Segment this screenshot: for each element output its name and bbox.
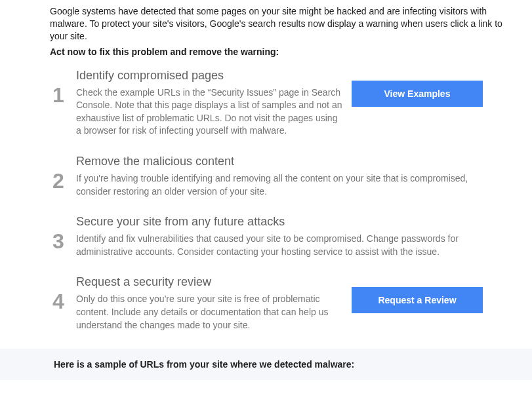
step-3: 3 Secure your site from any future attac… [50, 215, 510, 258]
step-number: 2 [52, 155, 76, 191]
step-number: 1 [52, 69, 76, 106]
view-examples-button[interactable]: View Examples [352, 81, 483, 107]
step-title: Secure your site from any future attacks [76, 215, 502, 229]
step-description: Identify and fix vulnerabilities that ca… [76, 233, 502, 258]
step-title: Remove the malicious content [76, 155, 502, 168]
sample-urls-heading: Here is a sample of URLs from your site … [0, 349, 532, 380]
act-now-heading: Act now to fix this problem and remove t… [50, 47, 510, 57]
step-number: 4 [52, 275, 76, 312]
step-title: Identify compromised pages [76, 69, 344, 83]
step-description: If you're having trouble identifying and… [76, 172, 502, 198]
step-number: 3 [52, 215, 76, 252]
intro-text: Google systems have detected that some p… [50, 5, 510, 43]
step-4: 4 Request a security review Only do this… [50, 275, 510, 332]
step-1: 1 Identify compromised pages Check the e… [50, 69, 510, 138]
step-title: Request a security review [76, 275, 344, 289]
step-2: 2 Remove the malicious content If you're… [50, 155, 510, 198]
step-description: Only do this once you're sure your site … [76, 293, 344, 332]
request-review-button[interactable]: Request a Review [352, 287, 483, 313]
step-description: Check the example URLs in the “Security … [76, 86, 344, 138]
